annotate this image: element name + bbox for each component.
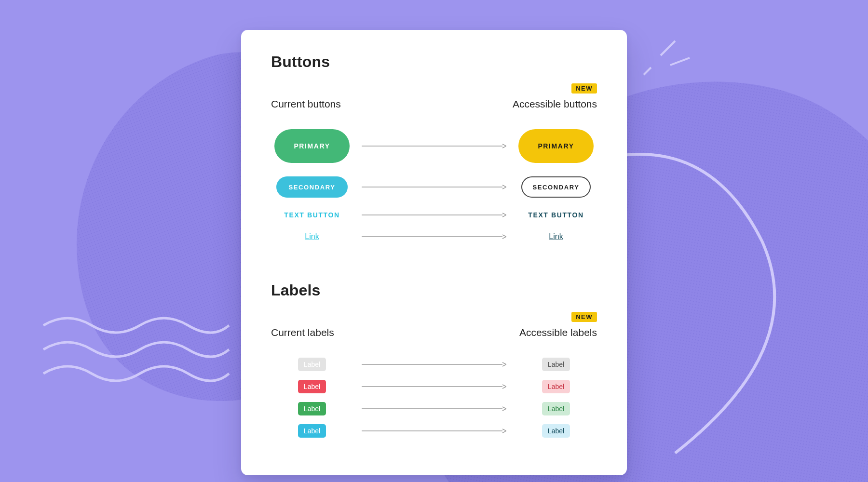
label-green-old: Label (298, 402, 326, 415)
arrow-icon (353, 428, 515, 433)
arrow-icon (353, 234, 515, 239)
primary-button-new[interactable]: PRIMARY (518, 129, 593, 163)
arrow-icon (353, 362, 515, 367)
arrow-icon (353, 406, 515, 411)
current-buttons-title: Current buttons (271, 98, 434, 110)
text-button-new[interactable]: TEXT BUTTON (528, 211, 583, 219)
primary-button-old[interactable]: PRIMARY (274, 129, 349, 163)
secondary-button-old[interactable]: SECONDARY (276, 176, 348, 198)
link-old[interactable]: Link (305, 232, 319, 241)
new-badge: NEW (571, 83, 597, 94)
arrow-icon (353, 185, 515, 189)
accessible-buttons-title: Accessible buttons (513, 98, 597, 109)
comparison-card: Buttons Current buttons NEW Accessible b… (241, 30, 627, 475)
secondary-button-new[interactable]: SECONDARY (521, 176, 591, 198)
spark-doodle (641, 29, 694, 79)
text-button-old[interactable]: TEXT BUTTON (284, 211, 339, 219)
label-red-old: Label (298, 380, 326, 393)
label-blue-old: Label (298, 424, 326, 438)
arrow-icon (353, 213, 515, 217)
label-grey-new: Label (542, 358, 570, 371)
accessible-labels-title: Accessible labels (519, 327, 597, 338)
waves-doodle (39, 308, 231, 392)
link-new[interactable]: Link (549, 232, 563, 241)
label-grey-old: Label (298, 358, 326, 371)
arrow-icon (353, 144, 515, 148)
label-red-new: Label (542, 380, 570, 393)
label-blue-new: Label (542, 424, 570, 438)
current-labels-title: Current labels (271, 327, 434, 338)
label-green-new: Label (542, 402, 570, 415)
new-badge: NEW (571, 312, 597, 322)
arrow-icon (353, 384, 515, 389)
buttons-heading: Buttons (271, 53, 597, 71)
labels-heading: Labels (271, 281, 597, 299)
